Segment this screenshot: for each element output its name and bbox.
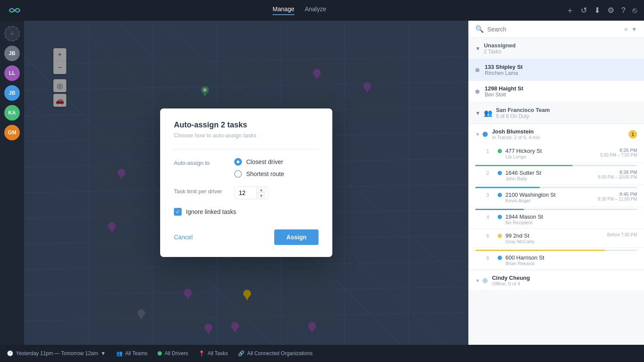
team-section-header[interactable]: ▼ 👥 San Francisco Team 5 of 8 On Duty: [468, 102, 644, 124]
route-info-6: 600 Harrison St Brian Rekasis: [505, 254, 637, 266]
decrement-button[interactable]: ▼: [257, 193, 266, 199]
auto-assign-modal: Auto-assign 2 tasks Choose how to auto-a…: [160, 108, 332, 257]
route-dot-6: [498, 256, 502, 260]
refresh-icon[interactable]: ↺: [581, 6, 587, 15]
route-item-5[interactable]: 5 99 2nd St Gray McCarty Before 7:30 PM: [468, 229, 644, 248]
radio-closest[interactable]: Closest driver: [234, 158, 319, 166]
route-address-5: 99 2nd St: [505, 232, 607, 239]
avatar-2[interactable]: LL: [4, 65, 20, 81]
route-info-1: 477 Hickory St Lia Longo: [505, 148, 600, 159]
route-recipient-5: Gray McCarty: [505, 239, 607, 244]
app-logo[interactable]: [7, 3, 22, 18]
cancel-button[interactable]: Cancel: [174, 234, 193, 241]
route-address-6: 600 Harrison St: [505, 254, 637, 261]
radio-closest-circle[interactable]: [234, 158, 242, 166]
modal-subtitle: Choose how to auto-assign tasks: [174, 132, 319, 139]
ignore-linked-checkbox[interactable]: ✓: [174, 208, 182, 216]
route-dot-3: [498, 193, 502, 197]
modal-overlay[interactable]: Auto-assign 2 tasks Choose how to auto-a…: [24, 21, 468, 345]
task-limit-input[interactable]: [235, 187, 256, 199]
radio-options: Closest driver Shortest route: [234, 158, 319, 178]
route-address-1: 477 Hickory St: [505, 148, 600, 154]
tab-manage[interactable]: Manage: [272, 6, 294, 15]
team-icon: 👥: [484, 109, 492, 117]
time-range-item[interactable]: 🕐 Yesterday 11pm — Tomorrow 12am ▼: [7, 350, 106, 356]
all-drivers-item[interactable]: All Drivers: [158, 350, 188, 356]
auto-assign-field: Auto-assign to Closest driver Shortest r…: [174, 158, 319, 178]
increment-button[interactable]: ▲: [257, 187, 266, 193]
tab-analyze[interactable]: Analyze: [305, 6, 326, 15]
drivers-dot: [158, 351, 162, 356]
task-limit-label: Task limit per driver: [174, 186, 234, 195]
search-input[interactable]: [487, 26, 621, 33]
driver-josh-status: In Transit, 2 of 6, 4 min: [492, 135, 629, 140]
route-item-1[interactable]: 1 477 Hickory St Lia Longo 8:26 PM 5:00 …: [468, 144, 644, 163]
unassigned-title: Unassigned: [484, 42, 637, 49]
all-tasks-item[interactable]: 📍 All Tasks: [198, 350, 228, 356]
route-item-6[interactable]: 6 600 Harrison St Brian Rekasis: [468, 251, 644, 270]
logout-icon[interactable]: ⎋: [632, 6, 637, 15]
task-limit-input-wrapper: ▲ ▼: [234, 186, 269, 199]
task-dot-1: [475, 68, 480, 72]
unassigned-chevron: ▼: [475, 46, 480, 52]
task-item-2[interactable]: 1298 Haight St Ben Stott: [468, 81, 644, 102]
avatar-4[interactable]: KA: [4, 105, 20, 121]
route-info-5: 99 2nd St Gray McCarty: [505, 232, 607, 244]
avatar-sidebar: + JB LL JB KA GM: [0, 21, 24, 345]
team-title: San Francisco Team: [496, 107, 637, 113]
driver-josh-dot: [483, 132, 488, 137]
task-info-1: 133 Shipley St Rinchen Lama: [485, 64, 523, 76]
help-icon[interactable]: ?: [621, 6, 625, 15]
list-view-button[interactable]: ≡: [624, 26, 628, 33]
route-item-3[interactable]: 3 2100 Washington St Kevin Angel 8:45 PM…: [468, 188, 644, 207]
assign-button[interactable]: Assign: [274, 229, 319, 245]
radio-shortest-circle[interactable]: [234, 170, 242, 178]
driver-cindy-header[interactable]: ▼ Cindy Cheung Offline, 0 of 4: [468, 270, 644, 291]
unassigned-subtitle: 2 Tasks: [484, 49, 637, 55]
unassigned-section-header[interactable]: ▼ Unassigned 2 Tasks: [468, 38, 644, 59]
clock-icon: 🕐: [7, 350, 13, 356]
task-name-2: Ben Stott: [485, 92, 523, 98]
route-dot-5: [498, 234, 502, 238]
route-dot-4: [498, 215, 502, 219]
settings-icon[interactable]: ⚙: [607, 6, 614, 15]
ignore-linked-row: ✓ Ignore linked tasks: [174, 208, 319, 216]
route-info-3: 2100 Washington St Kevin Angel: [505, 192, 598, 203]
driver-josh-chevron: ▼: [475, 132, 480, 137]
route-item-2[interactable]: 2 1646 Sutter St John Baily 8:38 PM 8:00…: [468, 166, 644, 185]
task-info-2: 1298 Haight St Ben Stott: [485, 85, 523, 98]
right-sidebar: 🔍 ≡ ▼ ▼ Unassigned 2 Tasks 133 Shipley S…: [468, 21, 644, 345]
avatar-3[interactable]: JB: [4, 85, 20, 101]
avatar-1[interactable]: JB: [4, 46, 20, 61]
task-item-1[interactable]: 133 Shipley St Rinchen Lama: [468, 59, 644, 81]
route-time-1: 8:26 PM 5:00 PM – 7:00 PM: [600, 148, 637, 158]
route-recipient-4: No Recipient: [505, 220, 637, 225]
avatar-5[interactable]: GM: [4, 125, 20, 140]
route-item-4[interactable]: 4 1944 Mason St No Recipient: [468, 210, 644, 229]
add-icon[interactable]: ＋: [566, 5, 574, 15]
ignore-linked-label: Ignore linked tasks: [186, 208, 236, 215]
radio-shortest[interactable]: Shortest route: [234, 170, 319, 178]
driver-josh: ▼ Josh Blumstein In Transit, 2 of 6, 4 m…: [468, 124, 644, 270]
route-time-5: Before 7:30 PM: [607, 232, 637, 237]
modal-divider: [174, 149, 319, 149]
sort-button[interactable]: ▼: [631, 26, 637, 33]
route-time-2: 8:38 PM 8:00 PM – 10:00 PM: [598, 170, 637, 179]
download-icon[interactable]: ⬇: [594, 6, 601, 15]
number-arrows: ▲ ▼: [256, 187, 266, 199]
route-num-5: 5: [486, 233, 494, 238]
driver-josh-header[interactable]: ▼ Josh Blumstein In Transit, 2 of 6, 4 m…: [468, 124, 644, 144]
team-subtitle: 5 of 8 On Duty: [496, 113, 637, 119]
map-area[interactable]: + − ◎ 🚗: [24, 21, 468, 345]
route-address-4: 1944 Mason St: [505, 213, 637, 220]
sidebar-actions: ≡ ▼: [624, 26, 637, 33]
all-teams-item[interactable]: 👥 All Teams: [116, 350, 148, 356]
route-recipient-1: Lia Longo: [505, 154, 600, 159]
route-num-6: 6: [486, 255, 494, 260]
all-orgs-item[interactable]: 🔗 All Connected Organizations: [238, 350, 313, 356]
task-limit-field: Task limit per driver ▲ ▼: [174, 186, 319, 199]
task-address-1: 133 Shipley St: [485, 64, 523, 70]
add-driver-button[interactable]: +: [4, 26, 20, 41]
sidebar-content: ▼ Unassigned 2 Tasks 133 Shipley St Rinc…: [468, 38, 644, 345]
check-icon: ✓: [176, 209, 180, 215]
